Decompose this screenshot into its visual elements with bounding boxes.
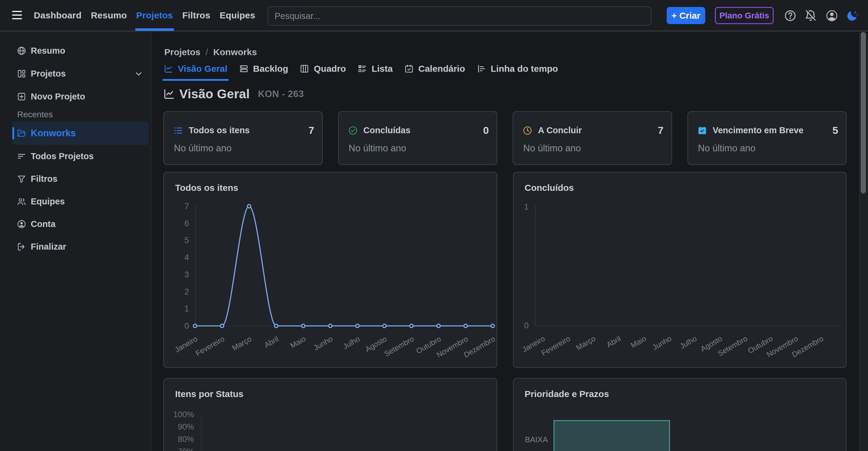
svg-text:2: 2 [184, 287, 189, 296]
stat-label: Todos os itens [189, 125, 250, 136]
page-head: Visão Geral KON - 263 [163, 87, 304, 101]
view-tabs: Visão Geral Backlog Quadro Lista Calendá… [162, 59, 568, 79]
line-chart-completed: 01JaneiroFevereiroMarçoAbrilMaioJunhoJul… [514, 173, 846, 367]
tab-quadro[interactable]: Quadro [299, 59, 347, 79]
check-circle-icon [348, 126, 358, 136]
sidebar-item-label: Novo Projeto [31, 92, 85, 101]
svg-text:4: 4 [184, 253, 189, 262]
calendar-filled-icon [698, 126, 707, 136]
sidebar-item-conta[interactable]: Conta [0, 213, 151, 236]
top-navigation: Dashboard Resumo Projetos Filtros Equipe… [34, 0, 255, 31]
scrollbar-thumb[interactable] [861, 32, 866, 193]
sidebar-item-filtros[interactable]: Filtros [0, 168, 151, 190]
sidebar-item-equipes[interactable]: Equipes [0, 190, 151, 213]
sidebar-item-projetos[interactable]: Projetos [0, 62, 151, 85]
tab-calendario[interactable]: Calendário [403, 59, 466, 79]
tab-lista[interactable]: Lista [356, 59, 394, 79]
sidebar-item-konworks[interactable]: Konworks [12, 121, 149, 145]
svg-text:Abril: Abril [263, 334, 280, 349]
sidebar-item-label: Konworks [31, 128, 76, 139]
chart-card-concluidos: Concluídos 01JaneiroFevereiroMarçoAbrilM… [513, 172, 847, 368]
sidebar-item-label: Filtros [31, 174, 58, 184]
bar-chart-status: 100%90%80%70% [164, 379, 497, 451]
columns-icon [300, 64, 309, 73]
svg-text:Maio: Maio [629, 334, 647, 350]
avatar-icon[interactable] [826, 9, 838, 22]
svg-text:Abril: Abril [605, 334, 622, 349]
stat-subtitle: No último ano [174, 143, 231, 154]
chart-card-todos-os-itens: Todos os itens 01234567JaneiroFevereiroM… [163, 172, 497, 368]
list-icon [173, 126, 183, 136]
plan-button[interactable]: Plano Grátis [715, 7, 774, 24]
nav-equipes[interactable]: Equipes [220, 0, 255, 31]
bell-off-icon[interactable] [804, 9, 817, 22]
bottom-row: Itens por Status 100%90%80%70% Prioridad… [163, 378, 846, 451]
nav-filtros[interactable]: Filtros [182, 0, 210, 31]
users-icon [17, 197, 26, 206]
hamburger-menu-icon[interactable] [12, 11, 22, 20]
checklist-icon [358, 64, 367, 73]
svg-text:Junho: Junho [312, 334, 334, 352]
bar-chart-priority: BAIXA [514, 379, 846, 451]
sidebar-item-resumo[interactable]: Resumo [0, 39, 151, 62]
stat-head: A Concluir7 [523, 124, 664, 136]
stat-card-todos-os-itens: Todos os itens7No último ano [163, 111, 323, 165]
stat-subtitle: No último ano [523, 143, 581, 154]
svg-text:6: 6 [184, 219, 189, 228]
stat-head: Vencimento em Breve5 [698, 124, 838, 136]
nav-resumo[interactable]: Resumo [91, 0, 127, 31]
stat-value: 7 [309, 124, 314, 136]
svg-text:0: 0 [524, 321, 528, 330]
svg-text:90%: 90% [178, 422, 194, 431]
sidebar-item-label: Todos Projetos [31, 151, 94, 161]
create-button[interactable]: + Criar [667, 7, 705, 24]
calendar-check-icon [404, 64, 414, 73]
help-icon[interactable] [784, 9, 797, 22]
stat-label: Concluídas [364, 125, 410, 136]
page-title: Visão Geral [179, 87, 250, 101]
svg-text:Maio: Maio [289, 334, 307, 350]
stat-value: 0 [483, 124, 489, 136]
tab-visao-geral[interactable]: Visão Geral [162, 59, 229, 79]
moon-icon[interactable] [846, 9, 859, 22]
stat-card-a-concluir: A Concluir7No último ano [513, 111, 672, 165]
svg-text:Março: Março [575, 334, 597, 352]
stat-head: Todos os itens7 [173, 124, 314, 136]
sidebar-item-label: Finalizar [31, 242, 66, 252]
sidebar-item-label: Projetos [31, 69, 66, 79]
chart-line-icon [163, 88, 175, 100]
svg-text:Fevereiro: Fevereiro [194, 334, 226, 358]
sidebar-item-finalizar[interactable]: Finalizar [0, 236, 151, 258]
svg-text:BAIXA: BAIXA [525, 435, 548, 444]
chart-card-prioridade-e-prazos: Prioridade e Prazos BAIXA [513, 378, 847, 451]
nav-projetos[interactable]: Projetos [136, 0, 173, 31]
sidebar: Resumo Projetos Novo Projeto Recentes Ko… [0, 32, 152, 451]
search-input[interactable] [267, 6, 652, 26]
tab-linha-do-tempo[interactable]: Linha do tempo [475, 59, 559, 79]
stat-label: A Concluir [538, 125, 582, 136]
layout-icon [17, 69, 26, 79]
stat-card-concluidas: Concluídas0No último ano [338, 111, 498, 165]
nav-dashboard[interactable]: Dashboard [34, 0, 82, 31]
breadcrumb-konworks[interactable]: Konworks [213, 47, 257, 57]
svg-text:Julho: Julho [341, 334, 361, 351]
svg-text:Setembro: Setembro [383, 334, 415, 358]
globe-icon [17, 46, 26, 56]
svg-text:70%: 70% [178, 447, 194, 451]
server-icon [239, 64, 249, 73]
svg-text:3: 3 [184, 270, 189, 279]
sidebar-item-novo-projeto[interactable]: Novo Projeto [0, 85, 151, 108]
svg-text:7: 7 [184, 202, 189, 211]
breadcrumb-projetos[interactable]: Projetos [164, 47, 200, 57]
svg-text:80%: 80% [178, 435, 194, 444]
tab-backlog[interactable]: Backlog [238, 59, 290, 79]
breadcrumb: Projetos / Konworks [164, 47, 257, 57]
svg-text:Março: Março [230, 334, 253, 352]
svg-text:Julho: Julho [678, 334, 698, 350]
sidebar-item-label: Resumo [31, 46, 65, 56]
sidebar-item-todos-projetos[interactable]: Todos Projetos [0, 145, 151, 168]
stat-subtitle: No último ano [698, 143, 755, 154]
svg-text:1: 1 [184, 304, 189, 313]
stat-subtitle: No último ano [349, 143, 406, 154]
chevron-down-icon [133, 68, 144, 79]
